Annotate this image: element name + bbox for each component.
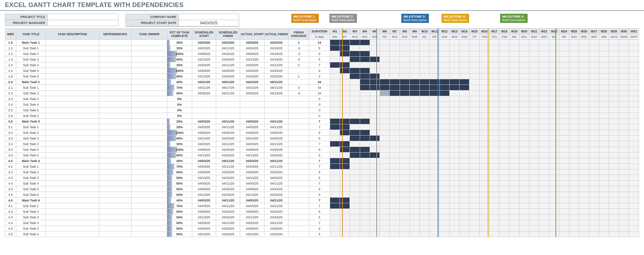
task-row[interactable]: 1.5Sub Task 5100%04/08/2504/20/2504/09/2…	[5, 68, 639, 74]
cell-pct[interactable]: 90%	[167, 136, 192, 141]
gantt-cell[interactable]	[539, 91, 549, 96]
cell-owner[interactable]	[131, 51, 167, 57]
gantt-cell[interactable]	[449, 57, 459, 62]
gantt-cell[interactable]	[609, 51, 619, 57]
gantt-cell[interactable]	[330, 40, 340, 45]
gantt-cell[interactable]	[589, 164, 599, 169]
gantt-cell[interactable]	[390, 175, 400, 181]
task-row[interactable]: 3.0Main Task 325%04/03/2504/11/2504/03/2…	[5, 119, 639, 124]
gantt-cell[interactable]	[460, 79, 469, 85]
gantt-cell[interactable]	[460, 214, 469, 220]
gantt-cell[interactable]	[499, 62, 509, 68]
gantt-cell[interactable]	[599, 186, 609, 192]
gantt-cell[interactable]	[380, 91, 390, 96]
gantt-cell[interactable]	[539, 203, 549, 209]
gantt-cell[interactable]	[370, 231, 379, 237]
cell-desc[interactable]	[46, 74, 99, 79]
gantt-cell[interactable]	[609, 40, 619, 45]
gantt-cell[interactable]	[409, 175, 419, 181]
gantt-cell[interactable]	[460, 147, 469, 153]
gantt-cell[interactable]	[569, 51, 579, 57]
gantt-cell[interactable]	[629, 192, 639, 198]
cell-actual-start[interactable]: 04/13/25	[240, 214, 264, 220]
gantt-cell[interactable]	[579, 226, 589, 231]
gantt-cell[interactable]	[489, 45, 499, 51]
cell-dep[interactable]	[99, 164, 132, 169]
gantt-cell[interactable]	[509, 231, 519, 237]
gantt-cell[interactable]	[340, 124, 350, 130]
cell-task-title[interactable]: Sub Task 4	[16, 62, 46, 68]
gantt-cell[interactable]	[390, 147, 400, 153]
gantt-cell[interactable]	[350, 68, 360, 74]
cell-owner[interactable]	[131, 220, 167, 226]
cell-actual-start[interactable]: 04/08/25	[240, 51, 264, 57]
cell-sched-finish[interactable]: 04/11/25	[216, 119, 240, 124]
gantt-cell[interactable]	[449, 40, 459, 45]
gantt-cell[interactable]	[350, 57, 360, 62]
cell-pct[interactable]: 60%	[167, 91, 192, 96]
gantt-cell[interactable]	[439, 220, 449, 226]
gantt-cell[interactable]	[499, 198, 509, 203]
gantt-cell[interactable]	[390, 136, 400, 141]
cell-variance[interactable]	[288, 186, 309, 192]
gantt-cell[interactable]	[629, 96, 639, 102]
gantt-cell[interactable]	[439, 147, 449, 153]
gantt-cell[interactable]	[509, 214, 519, 220]
cell-pct[interactable]: 100%	[167, 51, 192, 57]
cell-owner[interactable]	[131, 169, 167, 175]
gantt-cell[interactable]	[629, 231, 639, 237]
gantt-cell[interactable]	[330, 45, 340, 51]
gantt-cell[interactable]	[340, 214, 350, 220]
gantt-cell[interactable]	[549, 209, 559, 214]
gantt-cell[interactable]	[439, 45, 449, 51]
cell-sched-start[interactable]: 04/03/25	[192, 45, 216, 51]
gantt-cell[interactable]	[529, 169, 539, 175]
gantt-cell[interactable]	[350, 79, 360, 85]
gantt-cell[interactable]	[449, 147, 459, 153]
gantt-cell[interactable]	[420, 119, 430, 124]
gantt-cell[interactable]	[380, 192, 390, 198]
gantt-cell[interactable]	[499, 91, 509, 96]
gantt-cell[interactable]	[400, 220, 409, 226]
gantt-cell[interactable]	[609, 57, 619, 62]
gantt-cell[interactable]	[330, 96, 340, 102]
gantt-cell[interactable]	[589, 214, 599, 220]
gantt-cell[interactable]	[589, 209, 599, 214]
col-task-title[interactable]: TASK TITLE	[16, 29, 46, 40]
gantt-cell[interactable]	[499, 214, 509, 220]
cell-duration[interactable]: 5	[309, 136, 330, 141]
gantt-cell[interactable]	[499, 107, 509, 113]
gantt-cell[interactable]	[519, 57, 529, 62]
cell-pct[interactable]: 50%	[167, 186, 192, 192]
gantt-cell[interactable]	[509, 141, 519, 147]
gantt-cell[interactable]	[629, 45, 639, 51]
cell-actual-start[interactable]: 04/18/25	[240, 74, 264, 79]
gantt-cell[interactable]	[539, 57, 549, 62]
gantt-cell[interactable]	[449, 192, 459, 198]
gantt-cell[interactable]	[360, 169, 370, 175]
gantt-cell[interactable]	[499, 175, 509, 181]
gantt-cell[interactable]	[509, 203, 519, 209]
task-row[interactable]: 3.5Sub Task 5100%04/08/2504/20/2504/08/2…	[5, 147, 639, 153]
gantt-cell[interactable]	[340, 79, 350, 85]
gantt-cell[interactable]	[489, 91, 499, 96]
cell-actual-start[interactable]: 04/08/25	[240, 226, 264, 231]
gantt-cell[interactable]	[509, 113, 519, 119]
gantt-cell[interactable]	[569, 198, 579, 203]
cell-variance[interactable]: -2	[288, 57, 309, 62]
gantt-cell[interactable]	[579, 113, 589, 119]
gantt-cell[interactable]	[409, 91, 419, 96]
gantt-cell[interactable]	[449, 220, 459, 226]
cell-desc[interactable]	[46, 136, 99, 141]
gantt-cell[interactable]	[609, 175, 619, 181]
gantt-cell[interactable]	[449, 198, 459, 203]
gantt-cell[interactable]	[449, 119, 459, 124]
gantt-cell[interactable]	[489, 175, 499, 181]
gantt-cell[interactable]	[529, 96, 539, 102]
gantt-cell[interactable]	[629, 62, 639, 68]
cell-task-title[interactable]: Sub Task 5	[16, 147, 46, 153]
cell-task-title[interactable]: Sub Task 4	[16, 220, 46, 226]
gantt-cell[interactable]	[370, 74, 379, 79]
gantt-cell[interactable]	[519, 231, 529, 237]
cell-dep[interactable]	[99, 169, 132, 175]
